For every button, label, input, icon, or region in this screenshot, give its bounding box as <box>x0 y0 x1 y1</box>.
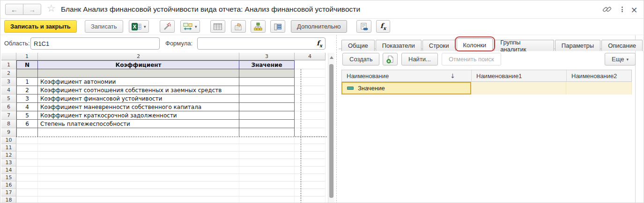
cell-r12c1[interactable] <box>16 152 38 159</box>
cell-r16c3[interactable] <box>239 181 295 189</box>
formula-fx-button[interactable]: fx <box>376 20 390 33</box>
scrollbar-thumb[interactable] <box>329 64 333 198</box>
excel-export-button[interactable]: X ▾ <box>129 20 149 33</box>
row-header-15[interactable]: 15 <box>1 174 16 181</box>
row-header-18[interactable]: 18 <box>1 196 16 203</box>
report-structure-button[interactable] <box>270 20 285 33</box>
forward-button[interactable]: → <box>23 4 41 15</box>
cell-r2c3[interactable] <box>239 69 295 78</box>
cell-r18c2[interactable] <box>38 196 239 203</box>
row-header-14[interactable]: 14 <box>1 167 16 174</box>
column-header-3[interactable]: 3 <box>239 53 295 60</box>
column-header-1[interactable]: 1 <box>16 53 38 60</box>
cell-r11c4[interactable] <box>295 144 326 152</box>
approve-stamp-button[interactable] <box>231 20 246 33</box>
cell-r7c1[interactable]: 5 <box>16 111 38 120</box>
tab-Общие[interactable]: Общие <box>341 40 375 51</box>
org-chart-button[interactable] <box>251 20 266 33</box>
cell-r6c1[interactable]: 4 <box>16 103 38 111</box>
cell-r7c2[interactable]: Коэффициент краткосрочной задолженности <box>38 111 239 120</box>
cell-r1c2[interactable]: Коэффициент <box>38 60 239 69</box>
cell-r3c2[interactable]: Коэффициент автономии <box>38 78 239 86</box>
cell-r4c2[interactable]: Коэффициент соотношения собственных и за… <box>38 86 239 94</box>
cell-r14c1[interactable] <box>16 167 38 174</box>
cell-r2c1[interactable] <box>16 69 38 78</box>
list-column-header-3[interactable]: Наименование2 <box>567 70 632 81</box>
cell-r8c1[interactable]: 6 <box>16 120 38 128</box>
cell-r12c2[interactable] <box>38 152 239 159</box>
cell-r12c3[interactable] <box>239 152 295 159</box>
cell-r12c4[interactable] <box>295 152 326 159</box>
corner-cell[interactable] <box>1 53 16 60</box>
cell-r8c3[interactable] <box>239 120 295 128</box>
cell-r11c3[interactable] <box>239 144 295 152</box>
cell-r13c4[interactable] <box>295 159 326 167</box>
cancel-search-button[interactable]: Отменить поиск <box>442 53 501 65</box>
cell-r9c3[interactable] <box>239 128 295 137</box>
row-header-6[interactable]: 6 <box>1 103 16 111</box>
cell-r1c4[interactable] <box>295 60 326 69</box>
row-header-16[interactable]: 16 <box>1 181 16 189</box>
row-header-4[interactable]: 4 <box>1 86 16 94</box>
cell-r17c3[interactable] <box>239 189 295 196</box>
table-settings-button[interactable] <box>210 20 225 33</box>
cell-r5c1[interactable]: 3 <box>16 94 38 103</box>
cell-r11c1[interactable] <box>16 144 38 152</box>
cell-r9c2[interactable] <box>38 128 239 137</box>
row-header-9[interactable]: 9 <box>1 128 16 137</box>
row-header-5[interactable]: 5 <box>1 94 16 103</box>
save-and-close-button[interactable]: Записать и закрыть <box>4 20 77 33</box>
more-menu-button[interactable] <box>617 5 627 14</box>
list-item-name-cell[interactable]: Значение <box>341 82 471 94</box>
cell-r17c2[interactable] <box>38 189 239 196</box>
row-header-3[interactable]: 3 <box>1 78 16 86</box>
cell-r14c3[interactable] <box>239 167 295 174</box>
formula-input[interactable] <box>197 37 326 50</box>
cell-r17c4[interactable] <box>295 189 326 196</box>
formula-function-button[interactable]: fx <box>314 38 325 49</box>
cell-r3c1[interactable]: 1 <box>16 78 38 86</box>
list-item-cell-2[interactable] <box>471 82 566 94</box>
cell-r5c4[interactable] <box>295 94 326 103</box>
row-header-1[interactable]: 1 <box>1 60 16 69</box>
cell-r3c3[interactable] <box>239 78 295 86</box>
cell-r7c3[interactable] <box>239 111 295 120</box>
cell-r5c2[interactable]: Коэффициент финансовой устойчивости <box>38 94 239 103</box>
cell-r17c1[interactable] <box>16 189 38 196</box>
cell-r15c1[interactable] <box>16 174 38 181</box>
cell-r2c4[interactable] <box>295 69 326 78</box>
cell-r13c3[interactable] <box>239 159 295 167</box>
cell-r1c1[interactable]: N <box>16 60 38 69</box>
cell-r9c4[interactable] <box>295 128 326 137</box>
row-header-7[interactable]: 7 <box>1 111 16 120</box>
cell-r2c2[interactable] <box>38 69 239 78</box>
cell-r8c2[interactable]: Степень платежеспособности <box>38 120 239 128</box>
tab-Группы аналитик[interactable]: Группы аналитик <box>494 40 554 51</box>
find-button[interactable]: Найти... <box>401 53 438 65</box>
cell-r9c1[interactable] <box>16 128 38 137</box>
more-actions-button[interactable]: Еще ▾ <box>605 53 636 65</box>
comment-note-button[interactable] <box>356 20 371 33</box>
cell-r16c2[interactable] <box>38 181 239 189</box>
row-header-12[interactable]: 12 <box>1 152 16 159</box>
cell-r3c4[interactable] <box>295 78 326 86</box>
panel-splitter[interactable] <box>336 35 337 203</box>
tab-Строки[interactable]: Строки <box>422 40 456 51</box>
tab-Описание[interactable]: Описание <box>601 40 643 51</box>
list-item-cell-3[interactable] <box>566 82 632 94</box>
cell-r7c4[interactable] <box>295 111 326 120</box>
area-input[interactable] <box>30 37 160 50</box>
named-areas-button[interactable]: ▾ <box>180 20 200 33</box>
cell-r6c3[interactable] <box>239 103 295 111</box>
cell-r5c3[interactable] <box>239 94 295 103</box>
row-header-10[interactable]: 10 <box>1 137 16 144</box>
close-button[interactable]: × <box>629 5 639 14</box>
cell-r13c2[interactable] <box>38 159 239 167</box>
cell-r13c1[interactable] <box>16 159 38 167</box>
favorite-star-icon[interactable]: ☆ <box>47 3 56 14</box>
cell-r18c3[interactable] <box>239 196 295 203</box>
cell-r15c4[interactable] <box>295 174 326 181</box>
cell-r6c2[interactable]: Коэффициент маневренности собственного к… <box>38 103 239 111</box>
row-header-8[interactable]: 8 <box>1 120 16 128</box>
list-column-header-2[interactable]: Наименование1 <box>472 70 567 81</box>
